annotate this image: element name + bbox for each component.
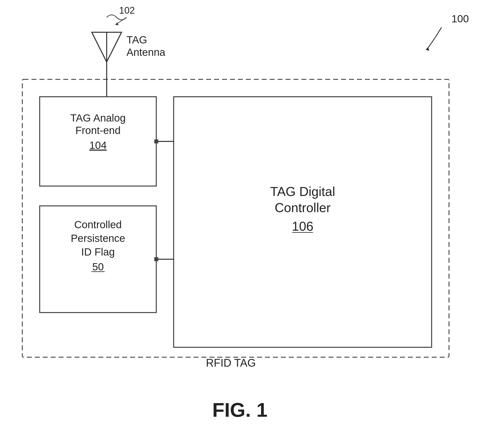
- antenna-label-line2: Antenna: [127, 46, 165, 58]
- controlled-persistence-label1: Controlled: [74, 219, 122, 230]
- tag-analog-ref: 104: [89, 139, 107, 151]
- tag-digital-label1: TAG Digital: [270, 184, 335, 199]
- tag-digital-label2: Controller: [275, 200, 330, 215]
- controlled-persistence-ref: 50: [92, 261, 104, 273]
- antenna-ref: 102: [119, 5, 135, 16]
- controlled-persistence-label3: ID Flag: [81, 246, 115, 258]
- tag-analog-label2: Front-end: [75, 125, 121, 136]
- svg-rect-10: [154, 139, 158, 143]
- svg-rect-12: [154, 257, 158, 261]
- controlled-persistence-label2: Persistence: [71, 232, 125, 244]
- tag-digital-ref: 106: [292, 219, 314, 233]
- figure-title: FIG. 1: [212, 399, 267, 421]
- tag-analog-label1: TAG Analog: [70, 112, 126, 124]
- antenna-label-line1: TAG: [127, 34, 147, 46]
- diagram-container: 100 102 TAG Antenna RFID TAG TAG Analog …: [0, 0, 480, 448]
- svg-marker-0: [426, 47, 429, 51]
- figure-ref-100: 100: [451, 13, 469, 25]
- rfid-tag-label: RFID TAG: [206, 357, 256, 369]
